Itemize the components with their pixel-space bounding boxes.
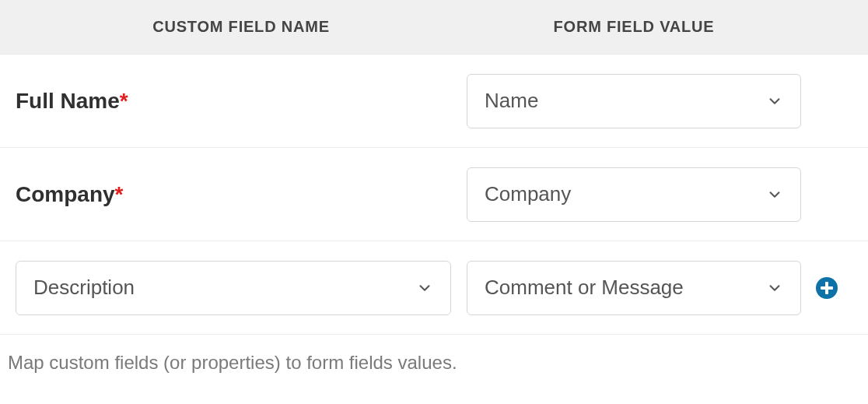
required-mark: * [115,182,124,206]
chevron-down-icon [766,93,783,110]
svg-rect-2 [821,286,833,290]
form-field-value-select[interactable]: Comment or Message [467,261,801,315]
mapping-row: Company* Company [0,148,868,241]
chevron-down-icon [766,279,783,297]
custom-field-name-select[interactable]: Description [16,261,451,315]
select-value: Name [485,89,538,113]
helper-text: Map custom fields (or properties) to for… [0,335,868,374]
required-mark: * [120,89,128,113]
plus-circle-icon [815,276,838,300]
field-label-full-name: Full Name* [16,89,128,114]
header-form-field-value: FORM FIELD VALUE [467,18,801,36]
chevron-down-icon [416,279,433,297]
field-label-text: Full Name [16,89,120,113]
select-value: Company [485,182,571,206]
add-row-button[interactable] [815,276,838,300]
form-field-value-select[interactable]: Name [467,74,801,128]
mapping-row: Full Name* Name [0,54,868,148]
form-field-value-select[interactable]: Company [467,167,801,222]
select-value: Description [33,276,135,300]
mapping-row: Description Comment or Message [0,241,868,335]
table-header: CUSTOM FIELD NAME FORM FIELD VALUE [0,0,868,54]
header-custom-field-name: CUSTOM FIELD NAME [16,18,467,36]
field-label-company: Company* [16,182,123,207]
select-value: Comment or Message [485,276,684,300]
field-label-text: Company [16,182,115,206]
chevron-down-icon [766,186,783,203]
